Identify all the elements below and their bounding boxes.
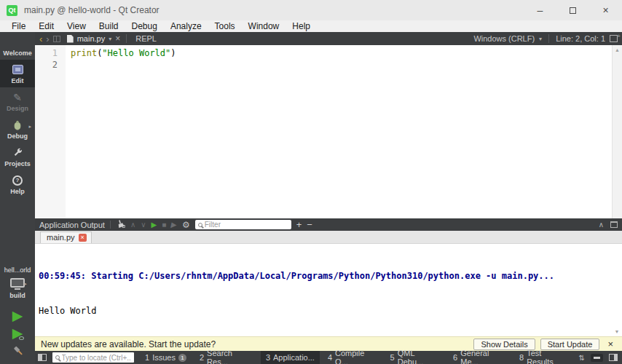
close-button[interactable]: × [589, 0, 622, 20]
menu-window[interactable]: Window [242, 21, 286, 31]
sidebar-item-label: Debug [7, 132, 28, 140]
close-icon: × [602, 4, 608, 16]
toolbar-divider [548, 34, 549, 43]
zoom-in-button[interactable]: + [296, 221, 302, 229]
pane-general-messages[interactable]: 6 General Me... [448, 351, 511, 364]
run-button[interactable]: ▶ [12, 309, 23, 323]
pane-label: Compile O... [335, 349, 377, 364]
sidebar-item-label: Edit [12, 77, 24, 84]
zoom-out-button[interactable]: − [307, 221, 312, 229]
line-number: 1 [35, 47, 58, 59]
next-item-button[interactable]: ∨ [141, 221, 146, 229]
output-filter [195, 220, 291, 229]
pane-number: 2 [200, 353, 204, 362]
output-settings-gear-icon[interactable]: ⚙ [182, 220, 190, 230]
output-panel-header: Application Output ∧ ∨ ▶ ■ ▶ ⚙ + − ∧ [35, 218, 622, 231]
qt-creator-window: Qt main.py @ hello-world - Qt Creator – … [0, 0, 622, 364]
menu-debug[interactable]: Debug [125, 21, 164, 31]
repl-button[interactable]: REPL [133, 34, 160, 43]
code-text-area[interactable]: print("Hello World") [66, 45, 612, 218]
line-number-gutter: 1 2 [35, 45, 66, 218]
menu-edit[interactable]: Edit [32, 21, 60, 31]
menu-view[interactable]: View [60, 21, 92, 31]
kit-selector-button[interactable]: ▸ build [9, 278, 25, 299]
output-scrollbar[interactable]: ▼ [612, 244, 622, 336]
pane-number: 5 [390, 353, 395, 362]
sidebar-item-label: Help [10, 188, 25, 195]
cursor-position-label: Line: 2, Col: 1 [556, 34, 605, 43]
document-dropdown-icon[interactable]: ▾ [109, 36, 111, 42]
window-controls: – × [524, 0, 622, 20]
rerun-button[interactable]: ▶ [151, 221, 157, 229]
issues-count-badge: 1 [178, 354, 186, 362]
locator-input[interactable] [62, 354, 132, 362]
build-button[interactable] [12, 344, 24, 360]
prev-item-button[interactable]: ∧ [130, 221, 135, 229]
close-split-icon[interactable] [53, 36, 60, 42]
pane-number: 3 [266, 353, 270, 362]
attach-run-button[interactable]: ▶ [170, 221, 178, 229]
sidebar-item-edit[interactable]: Edit [0, 60, 35, 87]
welcome-grid-icon [12, 36, 23, 48]
pane-compile-output[interactable]: 4 Compile O... [323, 351, 382, 364]
collapse-panel-button[interactable]: ∧ [599, 221, 604, 229]
search-icon [55, 355, 60, 360]
sidebar-item-debug[interactable]: ▸ Debug [0, 115, 35, 143]
menu-tools[interactable]: Tools [208, 21, 242, 31]
sidebar-item-label: Welcome [3, 50, 31, 57]
sidebar-item-design[interactable]: ✎ Design [0, 87, 35, 115]
output-tab-bar: main.py × [35, 231, 622, 244]
pane-application-output[interactable]: 3 Applicatio... [261, 351, 320, 364]
menu-build[interactable]: Build [92, 21, 125, 31]
code-editor: 1 2 print("Hello World") ▲ [35, 45, 622, 218]
qt-creator-logo-icon: Qt [7, 5, 17, 16]
filter-input[interactable] [205, 221, 288, 229]
pane-search-results[interactable]: 2 Search Res... [194, 351, 258, 364]
minimize-button[interactable]: – [524, 0, 556, 20]
menu-file[interactable]: File [5, 21, 32, 31]
project-name-label: hell...orld [4, 266, 31, 274]
debug-flyout-arrow-icon: ▸ [28, 124, 31, 130]
line-ending-selector[interactable]: Windows (CRLF) [473, 34, 535, 43]
progress-details-toggle[interactable] [591, 354, 603, 362]
output-tab-mainpy[interactable]: main.py × [40, 232, 92, 243]
maximize-button[interactable] [556, 0, 589, 20]
pane-test-results[interactable]: 8 Test Results [514, 351, 573, 364]
editor-scrollbar[interactable]: ▲ [612, 45, 622, 218]
open-document-name[interactable]: main.py [77, 34, 106, 43]
sidebar-item-projects[interactable]: Projects [0, 143, 35, 170]
scroll-up-icon[interactable]: ▲ [615, 47, 620, 218]
clear-output-button[interactable] [116, 219, 125, 230]
toggle-right-sidebar-icon[interactable] [609, 354, 618, 361]
maximize-panel-icon[interactable] [610, 221, 618, 228]
debug-run-button[interactable]: ▶ [12, 327, 23, 340]
desktop-kit-stand-icon [15, 288, 20, 290]
menu-help[interactable]: Help [286, 21, 317, 31]
close-run-icon[interactable]: × [79, 234, 87, 242]
sidebar-item-welcome[interactable]: Welcome [0, 32, 35, 60]
split-editor-icon[interactable] [610, 35, 618, 42]
menu-analyze[interactable]: Analyze [164, 21, 208, 31]
toggle-left-sidebar-icon[interactable] [38, 354, 47, 361]
close-document-button[interactable]: × [115, 33, 120, 44]
status-bar: 1 Issues 1 2 Search Res... 3 Applicatio.… [35, 351, 622, 364]
dismiss-notification-button[interactable]: × [605, 339, 616, 349]
pane-label: QML Debu... [398, 349, 440, 364]
maximize-icon [570, 7, 576, 14]
scroll-down-icon[interactable]: ▼ [615, 329, 620, 334]
go-back-button[interactable]: ‹ [39, 35, 42, 43]
desktop-kit-icon [10, 278, 25, 288]
go-forward-button[interactable]: › [46, 35, 49, 43]
pane-qml-debugger[interactable]: 5 QML Debu... [385, 351, 445, 364]
output-panel-title: Application Output [39, 221, 105, 229]
more-panes-icon[interactable]: ⇅ [576, 354, 588, 362]
output-tab-label: main.py [47, 233, 75, 242]
stop-button[interactable]: ■ [162, 221, 166, 229]
hammer-icon [12, 344, 24, 357]
output-text[interactable]: 00:59:45: Starting C:/Users/rhntm/AppDat… [35, 244, 612, 336]
sidebar-item-help[interactable]: ? Help [0, 170, 35, 198]
kit-selector: hell...orld ▸ build ▶ ▶ [4, 266, 31, 364]
pane-issues[interactable]: 1 Issues 1 [140, 351, 192, 364]
header-divider [110, 221, 111, 229]
line-ending-dropdown-icon[interactable]: ▾ [539, 36, 542, 42]
